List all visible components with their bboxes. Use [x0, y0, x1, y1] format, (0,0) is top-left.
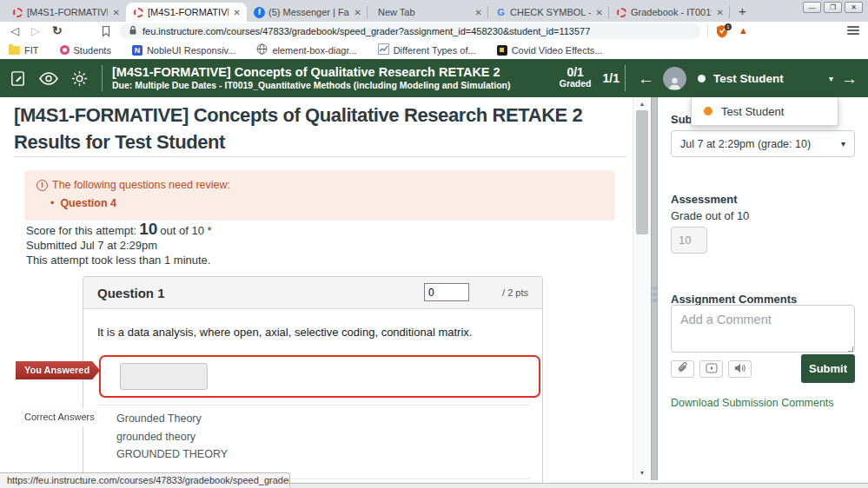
next-student-icon[interactable]: →	[838, 70, 860, 87]
student-name: Test Student	[713, 72, 829, 85]
pane-resize-divider[interactable]	[651, 97, 658, 480]
score-value: 10	[139, 220, 157, 238]
tab-title: (5) Messenger | Facebook	[268, 7, 349, 17]
tab-close-icon[interactable]: ✕	[111, 8, 122, 17]
maximize-button[interactable]: ❐	[824, 2, 842, 13]
submit-button[interactable]: Submit	[801, 354, 855, 383]
window-controls: — ❐ ✕	[803, 2, 863, 13]
tab-check-symbol[interactable]: G CHECK SYMBOL - Google S ✕	[488, 3, 609, 22]
correct-answers-ribbon: Correct Answers	[16, 408, 105, 426]
browser-window: [M4S1-FORMATIVE] Conce ✕ [M4S1-FORMATIVE…	[0, 0, 868, 488]
submission-select[interactable]: Jul 7 at 2:29pm (grade: 10) ▾	[671, 130, 855, 157]
bookmark-chart-types[interactable]: Different Types of...	[378, 43, 476, 56]
bookmark-covid-effects[interactable]: Covid Video Effects...	[497, 45, 603, 56]
gradebook-icon[interactable]	[9, 69, 27, 88]
status-bar-url: https://feu.instructure.com/courses/4783…	[0, 472, 290, 487]
question-score-input[interactable]	[424, 283, 469, 301]
media-icon	[706, 361, 718, 377]
paperclip-icon	[677, 361, 689, 377]
media-comment-button[interactable]	[699, 360, 723, 378]
bullet-icon: •	[50, 197, 54, 209]
chevron-down-icon[interactable]: ▾	[829, 74, 833, 83]
drag-handle-icon[interactable]	[653, 287, 657, 305]
tab-close-icon[interactable]: ✕	[715, 8, 726, 17]
student-navigation: ← Test Student ▾ →	[635, 67, 860, 90]
canvas-favicon-icon	[616, 7, 627, 18]
assignment-title: [M4S1-FORMATIVE] Concepts of Qualitative…	[112, 65, 556, 80]
tab-messenger[interactable]: f (5) Messenger | Facebook ✕	[247, 3, 368, 22]
tab-gradebook[interactable]: Gradebook - IT0019_Quan ✕	[609, 3, 730, 22]
bookmark-nobleui[interactable]: N NobleUI Responsiv...	[132, 45, 236, 56]
back-icon[interactable]: ◁	[10, 24, 19, 37]
browser-toolbar: ◁ ▷ ↻ feu.instructure.com/courses/47833/…	[0, 22, 868, 41]
bookmark-element-box[interactable]: element-box-diagr...	[256, 43, 356, 56]
minimize-button[interactable]: —	[803, 2, 821, 13]
url-text: feu.instructure.com/courses/47833/gradeb…	[142, 26, 590, 36]
tab-new-tab[interactable]: New Tab ✕	[368, 3, 488, 22]
chevron-down-icon: ▾	[841, 139, 845, 148]
tab-title: New Tab	[378, 7, 470, 17]
submission-select-value: Jul 7 at 2:29pm (grade: 10)	[680, 138, 841, 150]
tab-title: [M4S1-FORMATIVE] Conce	[148, 7, 229, 17]
header-divider	[625, 65, 626, 91]
google-favicon-icon: G	[495, 7, 507, 18]
tab-formative-1[interactable]: [M4S1-FORMATIVE] Conce ✕	[5, 3, 126, 22]
tab-title: CHECK SYMBOL - Google S	[510, 7, 591, 17]
scrollbar-thumb[interactable]	[636, 110, 648, 234]
correct-answer-text: grounded theory	[116, 431, 195, 443]
tab-close-icon[interactable]: ✕	[474, 8, 484, 17]
question-review-link[interactable]: Question 4	[60, 197, 116, 209]
scroll-up-icon[interactable]: ▲	[633, 97, 651, 111]
graded-label: Graded	[560, 78, 592, 89]
scroll-down-icon[interactable]: ▼	[633, 466, 651, 480]
answer-input[interactable]	[120, 363, 208, 390]
bookmark-label: element-box-diagr...	[272, 45, 356, 56]
correct-answer-text: GROUNDED THEORY	[116, 448, 228, 460]
tab-title: [M4S1-FORMATIVE] Conce	[27, 7, 108, 17]
tab-formative-2-active[interactable]: [M4S1-FORMATIVE] Conce ✕	[126, 3, 247, 22]
header-divider	[102, 65, 103, 91]
student-picker[interactable]: Test Student ▾	[691, 72, 838, 85]
new-tab-button[interactable]: +	[739, 3, 746, 18]
grade-input[interactable]	[671, 227, 707, 254]
bookmark-label: Students	[74, 45, 111, 56]
bookmark-label: Covid Video Effects...	[512, 45, 603, 56]
speedgrader-header: [M4S1-FORMATIVE] Concepts of Qualitative…	[0, 59, 868, 97]
student-dropdown-menu: Test Student	[691, 97, 838, 126]
eye-icon[interactable]	[38, 71, 59, 86]
browser-menu-icon[interactable]	[847, 24, 859, 36]
tab-close-icon[interactable]: ✕	[232, 8, 242, 17]
bookmark-students[interactable]: Students	[60, 45, 111, 56]
question-text: It is a data analysis, where open, axial…	[97, 326, 472, 339]
results-heading: [M4S1-FORMATIVE] Concepts of Qualitative…	[14, 102, 633, 155]
address-bar[interactable]: feu.instructure.com/courses/47833/gradeb…	[120, 23, 700, 39]
chart-icon	[378, 43, 389, 56]
bookmark-folder-fit[interactable]: FIT	[9, 45, 39, 56]
toolbar-divider	[707, 24, 708, 37]
grading-stats: 0/1 Graded 1/1	[560, 67, 620, 89]
reload-icon[interactable]: ↻	[52, 23, 63, 37]
close-button[interactable]: ✕	[845, 2, 863, 13]
bookmark-icon[interactable]	[101, 25, 111, 41]
previous-student-icon[interactable]: ←	[635, 70, 657, 87]
audio-comment-button[interactable]	[728, 360, 752, 378]
submission-preview-pane: [M4S1-FORMATIVE] Concepts of Qualitative…	[0, 97, 633, 488]
student-pager: 1/1	[603, 71, 620, 85]
question-points-label: / 2 pts	[502, 287, 528, 298]
extension-badge: 1	[725, 23, 732, 30]
avatar	[663, 67, 686, 90]
canvas-favicon-icon	[133, 7, 144, 18]
download-submission-comments-link[interactable]: Download Submission Comments	[671, 397, 834, 409]
comment-textarea[interactable]	[671, 305, 855, 353]
student-status-dot	[698, 75, 706, 82]
tab-close-icon[interactable]: ✕	[594, 8, 605, 17]
triangle-extension-icon[interactable]: ▲	[739, 25, 748, 36]
you-answered-ribbon: You Answered	[16, 361, 100, 379]
facebook-favicon-icon: f	[254, 7, 265, 18]
forward-icon[interactable]: ▷	[31, 24, 40, 37]
attach-file-button[interactable]	[671, 360, 694, 378]
gear-icon[interactable]	[70, 69, 89, 88]
comment-attachment-buttons	[671, 360, 752, 378]
student-dropdown-item[interactable]: Test Student	[721, 105, 784, 118]
tab-close-icon[interactable]: ✕	[353, 8, 363, 17]
